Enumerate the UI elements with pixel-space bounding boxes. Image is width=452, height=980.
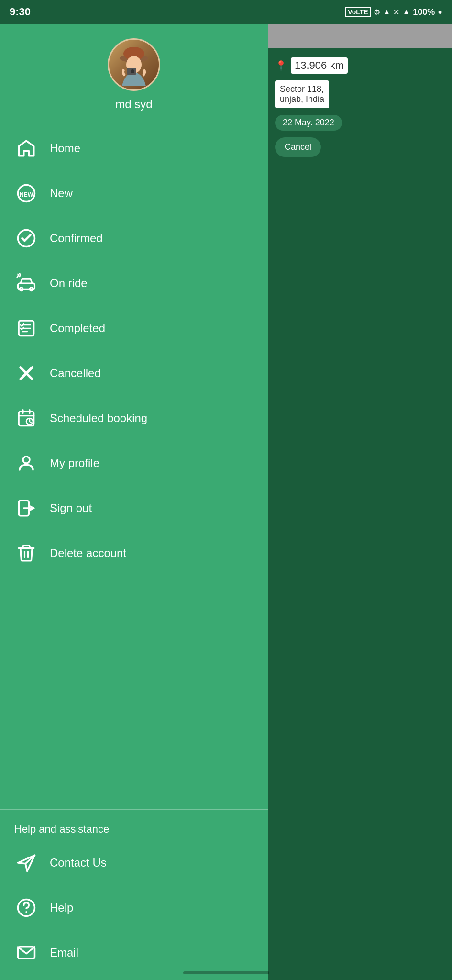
- avatar: [108, 38, 160, 91]
- sign-out-label: Sign out: [50, 501, 92, 515]
- right-panel: 📍 13.906 km Sector 118, unjab, India 22 …: [268, 48, 452, 980]
- my-profile-label: My profile: [50, 457, 99, 470]
- cancelled-label: Cancelled: [50, 367, 101, 380]
- home-icon: [14, 136, 38, 160]
- bluetooth-icon: ⚙: [374, 8, 380, 17]
- new-icon: NEW: [14, 181, 38, 205]
- home-indicator: [183, 971, 269, 974]
- battery-icon: ●: [438, 8, 442, 16]
- profile-section: md syd: [0, 24, 268, 121]
- avatar-image: [112, 43, 155, 86]
- contact-us-icon: [14, 851, 38, 875]
- email-label: Email: [50, 946, 78, 959]
- on-ride-icon: [14, 271, 38, 295]
- sidebar-item-sign-out[interactable]: Sign out: [0, 486, 268, 531]
- cancel-button[interactable]: Cancel: [275, 137, 321, 157]
- svg-point-4: [131, 69, 134, 73]
- confirmed-label: Confirmed: [50, 232, 103, 245]
- my-profile-icon: [14, 451, 38, 475]
- confirmed-icon: [14, 226, 38, 250]
- volte-icon: VoLTE: [345, 7, 370, 17]
- sidebar-item-delete-account[interactable]: Delete account: [0, 531, 268, 576]
- contact-us-label: Contact Us: [50, 856, 107, 869]
- delete-account-icon: [14, 541, 38, 565]
- completed-icon: [14, 316, 38, 340]
- distance-row: 📍 13.906 km: [275, 57, 348, 74]
- signal-icon: ▲: [402, 8, 410, 16]
- distance-text: 13.906 km: [291, 57, 348, 74]
- home-label: Home: [50, 142, 80, 155]
- svg-text:NEW: NEW: [20, 191, 33, 198]
- svg-point-30: [25, 911, 27, 913]
- sidebar-item-my-profile[interactable]: My profile: [0, 441, 268, 486]
- date-badge: 22 May. 2022: [275, 115, 342, 131]
- on-ride-label: On ride: [50, 277, 88, 290]
- sidebar-item-help[interactable]: Help: [0, 885, 268, 930]
- help-section-title: Help and assistance: [0, 814, 268, 840]
- sidebar-item-new[interactable]: NEW New: [0, 171, 268, 216]
- help-section: Help and assistance Contact Us: [0, 809, 268, 980]
- scheduled-booking-icon: [14, 406, 38, 430]
- cancelled-icon: [14, 361, 38, 385]
- sign-out-icon: [14, 496, 38, 520]
- new-label: New: [50, 187, 73, 200]
- status-time: 9:30: [10, 6, 31, 18]
- sidebar-item-contact-us[interactable]: Contact Us: [0, 840, 268, 885]
- completed-label: Completed: [50, 322, 105, 335]
- svg-point-22: [23, 457, 30, 463]
- location-text: Sector 118, unjab, India: [275, 80, 329, 108]
- sidebar-item-cancelled[interactable]: Cancelled: [0, 351, 268, 396]
- status-icons: VoLTE ⚙ ▲ ✕ ▲ 100% ●: [345, 7, 442, 17]
- sidebar-item-email[interactable]: Email: [0, 930, 268, 975]
- sidebar-item-home[interactable]: Home: [0, 126, 268, 171]
- delete-account-label: Delete account: [50, 546, 126, 560]
- sidebar-item-on-ride[interactable]: On ride: [0, 261, 268, 306]
- scheduled-booking-label: Scheduled booking: [50, 412, 147, 425]
- username: md syd: [115, 98, 152, 111]
- side-drawer: md syd Home NEW New: [0, 24, 268, 980]
- menu-section: Home NEW New Confirmed: [0, 121, 268, 809]
- sidebar-item-completed[interactable]: Completed: [0, 306, 268, 351]
- help-icon: [14, 896, 38, 920]
- help-label: Help: [50, 901, 73, 914]
- sidebar-item-scheduled-booking[interactable]: Scheduled booking: [0, 396, 268, 441]
- signal-x-icon: ✕: [393, 8, 399, 17]
- status-bar: 9:30 VoLTE ⚙ ▲ ✕ ▲ 100% ●: [0, 0, 452, 24]
- battery-text: 100%: [413, 7, 435, 17]
- sidebar-item-confirmed[interactable]: Confirmed: [0, 216, 268, 261]
- email-icon: [14, 941, 38, 965]
- wifi-icon: ▲: [383, 8, 391, 16]
